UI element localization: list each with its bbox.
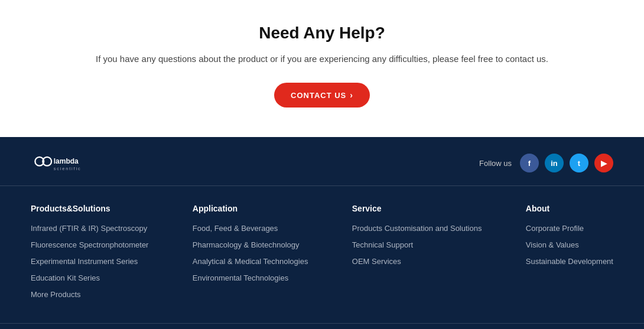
list-item: Environmental Technologies [193, 272, 308, 283]
footer-col-products-list: Infrared (FTIR & IR) Spectroscopy Fluore… [31, 223, 148, 299]
help-section: Need Any Help? If you have any questions… [0, 0, 644, 137]
link-corporate-profile[interactable]: Corporate Profile [526, 224, 584, 233]
list-item: Sustainable Development [526, 256, 613, 266]
help-title: Need Any Help? [12, 24, 632, 43]
logo-area: lambda scientific [31, 151, 102, 175]
footer-col-about-heading: About [526, 204, 613, 213]
list-item: Education Kit Series [31, 272, 148, 283]
list-item: OEM Services [352, 256, 482, 266]
list-item: Experimental Instrument Series [31, 256, 148, 266]
social-area: Follow us f in t ▶ [479, 154, 613, 172]
follow-text: Follow us [479, 159, 512, 168]
youtube-icon[interactable]: ▶ [594, 154, 613, 172]
chevron-right-icon: › [350, 90, 353, 100]
footer-col-products: Products&Solutions Infrared (FTIR & IR) … [31, 204, 148, 305]
footer: lambda scientific Follow us f in t ▶ Pro… [0, 137, 644, 329]
footer-col-products-heading: Products&Solutions [31, 204, 148, 213]
svg-text:scientific: scientific [54, 166, 82, 171]
list-item: Corporate Profile [526, 223, 613, 233]
list-item: More Products [31, 289, 148, 299]
footer-col-application-list: Food, Feed & Beverages Pharmacology & Bi… [193, 223, 308, 283]
list-item: Food, Feed & Beverages [193, 223, 308, 233]
link-oem-services[interactable]: OEM Services [352, 257, 401, 266]
linkedin-icon[interactable]: in [545, 154, 564, 172]
help-description: If you have any questions about the prod… [12, 52, 632, 66]
link-food[interactable]: Food, Feed & Beverages [193, 224, 278, 233]
contact-us-label: CONTACT US [291, 91, 346, 100]
link-sustainable[interactable]: Sustainable Development [526, 257, 613, 266]
link-education[interactable]: Education Kit Series [31, 273, 100, 282]
svg-text:lambda: lambda [54, 157, 79, 165]
list-item: Technical Support [352, 239, 482, 250]
footer-nav: Products&Solutions Infrared (FTIR & IR) … [0, 186, 644, 324]
list-item: Analytical & Medical Technologies [193, 256, 308, 266]
link-products-customisation[interactable]: Products Customisation and Solutions [352, 224, 482, 233]
link-experimental[interactable]: Experimental Instrument Series [31, 257, 138, 266]
list-item: Products Customisation and Solutions [352, 223, 482, 233]
contact-us-button[interactable]: CONTACT US › [274, 83, 370, 108]
footer-col-service-heading: Service [352, 204, 482, 213]
footer-col-about-list: Corporate Profile Vision & Values Sustai… [526, 223, 613, 266]
footer-col-about: About Corporate Profile Vision & Values … [526, 204, 613, 305]
list-item: Pharmacology & Biotechnology [193, 239, 308, 250]
link-infrared[interactable]: Infrared (FTIR & IR) Spectroscopy [31, 224, 147, 233]
link-more-products[interactable]: More Products [31, 290, 81, 299]
footer-top: lambda scientific Follow us f in t ▶ [0, 137, 644, 186]
footer-col-application-heading: Application [193, 204, 308, 213]
facebook-icon[interactable]: f [520, 154, 539, 172]
link-pharmacology[interactable]: Pharmacology & Biotechnology [193, 240, 300, 249]
list-item: Vision & Values [526, 239, 613, 250]
link-technical-support[interactable]: Technical Support [352, 240, 413, 249]
footer-col-service: Service Products Customisation and Solut… [352, 204, 482, 305]
twitter-icon[interactable]: t [570, 154, 588, 172]
list-item: Fluorescence Spectronphotometer [31, 239, 148, 250]
list-item: Infrared (FTIR & IR) Spectroscopy [31, 223, 148, 233]
link-fluorescence[interactable]: Fluorescence Spectronphotometer [31, 240, 148, 249]
link-analytical[interactable]: Analytical & Medical Technologies [193, 257, 308, 266]
link-environmental[interactable]: Environmental Technologies [193, 273, 288, 282]
logo: lambda scientific [31, 151, 102, 175]
footer-col-service-list: Products Customisation and Solutions Tec… [352, 223, 482, 266]
link-vision-values[interactable]: Vision & Values [526, 240, 579, 249]
footer-legal: Accessibility Statement Terms of Use Dat… [0, 324, 644, 329]
footer-col-application: Application Food, Feed & Beverages Pharm… [193, 204, 308, 305]
